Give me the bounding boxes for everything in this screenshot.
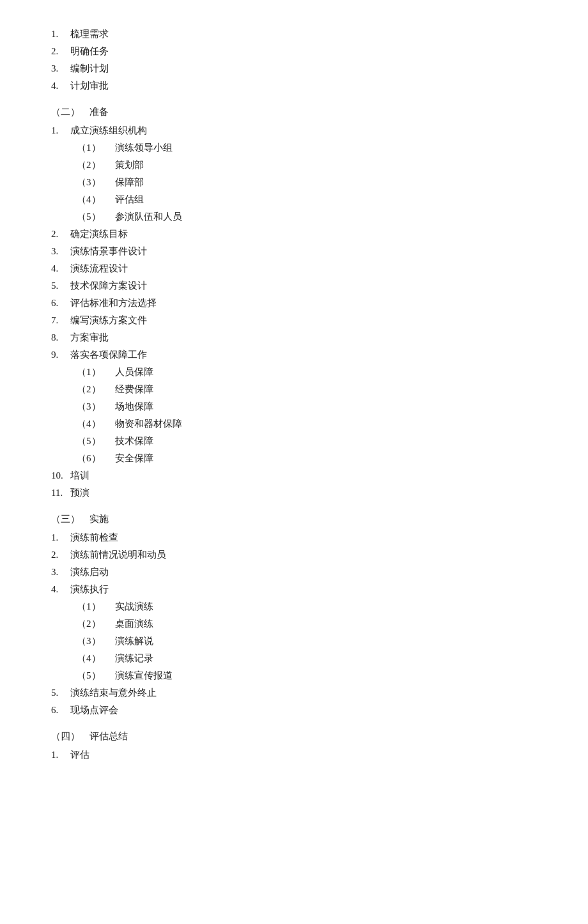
sub-item: （3） 演练解说 <box>51 633 537 650</box>
sub-item-number: （2） <box>77 381 115 398</box>
item-number: 2. <box>51 43 70 60</box>
sub-item-text: 桌面演练 <box>115 615 153 633</box>
sub-item-text: 技术保障 <box>115 433 153 450</box>
section-label: （二） <box>51 104 89 121</box>
sub-item-number: （1） <box>77 364 115 381</box>
item-number: 5. <box>51 684 70 702</box>
item-number: 4. <box>51 260 70 277</box>
list-item: 1. 评估 <box>51 746 537 764</box>
sub-item-text: 物资和器材保障 <box>115 415 182 433</box>
list-item: 3. 编制计划 <box>51 60 537 77</box>
sub-item-text: 演练记录 <box>115 650 153 667</box>
section-title: 准备 <box>89 104 109 121</box>
sub-item-number: （4） <box>77 191 115 208</box>
item-number: 1. <box>51 529 70 546</box>
item-text: 编制计划 <box>70 60 109 77</box>
section-title: 实施 <box>89 511 109 528</box>
sub-item-text: 实战演练 <box>115 598 153 615</box>
item-text: 预演 <box>70 484 89 502</box>
sub-item: （2） 策划部 <box>51 157 537 174</box>
sub-item-text: 演练领导小组 <box>115 139 173 157</box>
item-number: 3. <box>51 564 70 581</box>
sub-item: （4） 演练记录 <box>51 650 537 667</box>
sub-item-number: （1） <box>77 139 115 157</box>
item-text: 技术保障方案设计 <box>70 277 147 295</box>
list-item: 4. 计划审批 <box>51 77 537 95</box>
item-text: 演练情景事件设计 <box>70 243 147 260</box>
item-number: 2. <box>51 546 70 564</box>
outline-container: 1. 梳理需求 2. 明确任务 3. 编制计划 4. 计划审批 （二） 准备 1… <box>51 26 537 764</box>
sub-item-text: 安全保障 <box>115 450 153 467</box>
item-number: 3. <box>51 243 70 260</box>
sub-item-number: （1） <box>77 598 115 615</box>
item-text: 演练流程设计 <box>70 260 128 277</box>
item-number: 10. <box>51 467 70 484</box>
item-text: 计划审批 <box>70 77 109 95</box>
list-item: 6. 现场点评会 <box>51 702 537 719</box>
sub-item: （2） 经费保障 <box>51 381 537 398</box>
item-text: 演练启动 <box>70 564 109 581</box>
sub-item-number: （3） <box>77 633 115 650</box>
list-item: 11. 预演 <box>51 484 537 502</box>
sub-item-number: （3） <box>77 398 115 415</box>
item-number: 8. <box>51 329 70 346</box>
list-item: 6. 评估标准和方法选择 <box>51 295 537 312</box>
item-number: 5. <box>51 277 70 295</box>
sub-item-number: （4） <box>77 415 115 433</box>
list-item: 7. 编写演练方案文件 <box>51 312 537 329</box>
section-title: 评估总结 <box>89 728 128 745</box>
item-number: 3. <box>51 60 70 77</box>
sub-item: （5） 技术保障 <box>51 433 537 450</box>
list-item: 9. 落实各项保障工作 <box>51 346 537 364</box>
sub-item-number: （2） <box>77 157 115 174</box>
sub-item: （3） 保障部 <box>51 174 537 191</box>
item-text: 确定演练目标 <box>70 226 128 243</box>
list-item: 1. 梳理需求 <box>51 26 537 43</box>
item-number: 2. <box>51 226 70 243</box>
sub-item: （6） 安全保障 <box>51 450 537 467</box>
sub-item: （1） 实战演练 <box>51 598 537 615</box>
item-text: 梳理需求 <box>70 26 109 43</box>
section-header-preparation: （二） 准备 <box>51 104 537 121</box>
section-header-evaluation: （四） 评估总结 <box>51 728 537 745</box>
sub-item: （4） 评估组 <box>51 191 537 208</box>
list-item: 2. 演练前情况说明和动员 <box>51 546 537 564</box>
item-text: 评估 <box>70 746 89 764</box>
item-number: 6. <box>51 295 70 312</box>
sub-item: （5） 演练宣传报道 <box>51 667 537 684</box>
item-text: 演练执行 <box>70 581 109 598</box>
list-item: 3. 演练情景事件设计 <box>51 243 537 260</box>
item-text: 落实各项保障工作 <box>70 346 147 364</box>
section-header-implementation: （三） 实施 <box>51 511 537 528</box>
item-number: 6. <box>51 702 70 719</box>
list-item: 3. 演练启动 <box>51 564 537 581</box>
sub-item: （3） 场地保障 <box>51 398 537 415</box>
sub-item-number: （2） <box>77 615 115 633</box>
sub-item-text: 演练宣传报道 <box>115 667 173 684</box>
item-text: 演练前检查 <box>70 529 118 546</box>
sub-item-text: 保障部 <box>115 174 144 191</box>
item-text: 编写演练方案文件 <box>70 312 147 329</box>
sub-item-text: 策划部 <box>115 157 144 174</box>
list-item: 4. 演练流程设计 <box>51 260 537 277</box>
item-text: 现场点评会 <box>70 702 118 719</box>
list-item: 2. 确定演练目标 <box>51 226 537 243</box>
item-number: 1. <box>51 122 70 139</box>
item-number: 1. <box>51 26 70 43</box>
sub-item-text: 场地保障 <box>115 398 153 415</box>
sub-item-text: 演练解说 <box>115 633 153 650</box>
list-item: 5. 技术保障方案设计 <box>51 277 537 295</box>
item-text: 明确任务 <box>70 43 109 60</box>
item-number: 1. <box>51 746 70 764</box>
sub-item-text: 参演队伍和人员 <box>115 208 182 226</box>
sub-item-text: 人员保障 <box>115 364 153 381</box>
list-item: 5. 演练结束与意外终止 <box>51 684 537 702</box>
sub-item: （1） 演练领导小组 <box>51 139 537 157</box>
item-text: 演练结束与意外终止 <box>70 684 157 702</box>
list-item: 4. 演练执行 <box>51 581 537 598</box>
sub-item-number: （4） <box>77 650 115 667</box>
sub-item: （1） 人员保障 <box>51 364 537 381</box>
list-item: 10. 培训 <box>51 467 537 484</box>
sub-item-text: 经费保障 <box>115 381 153 398</box>
sub-item-number: （5） <box>77 208 115 226</box>
